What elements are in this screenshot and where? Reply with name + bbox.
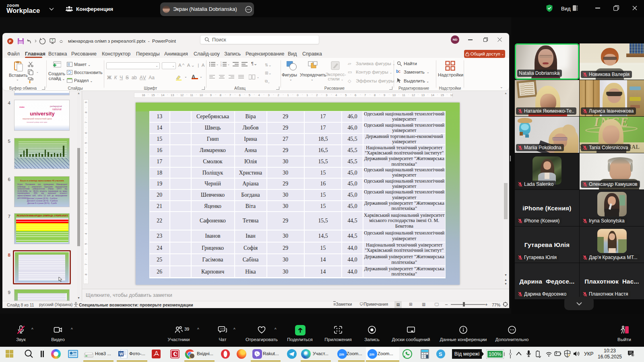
svg-text:zm: zm: [369, 352, 375, 356]
svg-text:3: 3: [221, 65, 222, 67]
svg-text:P: P: [9, 39, 11, 43]
svg-text:S: S: [439, 351, 442, 357]
svg-text:zm: zm: [339, 352, 345, 356]
svg-text:W: W: [120, 352, 124, 356]
